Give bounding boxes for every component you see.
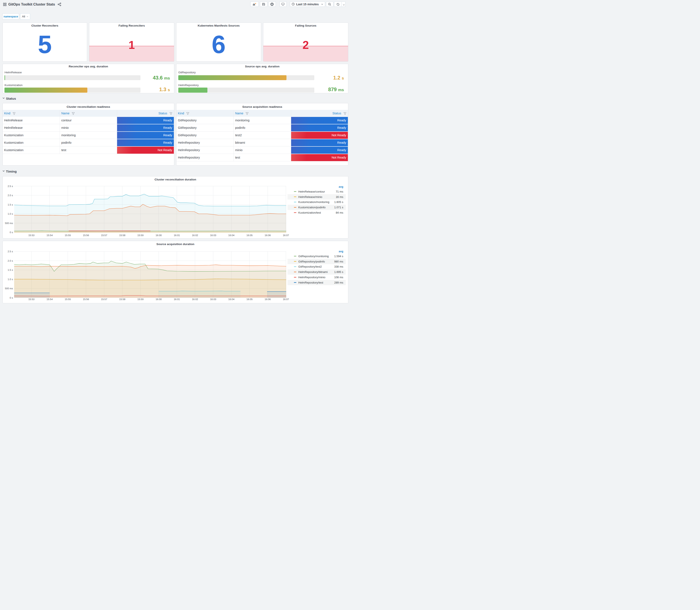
svg-text:HelmRepository/test: HelmRepository/test [298,281,323,284]
svg-text:1.071 s: 1.071 s [334,206,343,209]
svg-text:16:07: 16:07 [283,298,289,301]
svg-text:16:02: 16:02 [192,234,198,236]
svg-text:15:53: 15:53 [28,234,34,236]
svg-text:15:59: 15:59 [137,298,144,301]
svg-text:HelmRelease/contour: HelmRelease/contour [298,190,325,193]
svg-text:HelmRelease/minio: HelmRelease/minio [298,195,322,198]
svg-text:2.5 s: 2.5 s [7,250,13,253]
svg-text:GitRepository/monitoring: GitRepository/monitoring [298,255,328,258]
svg-text:15:54: 15:54 [47,234,53,236]
svg-text:1.0 s: 1.0 s [7,278,13,280]
svg-text:2.0 s: 2.0 s [7,194,13,197]
svg-text:16:02: 16:02 [192,298,198,301]
svg-text:16:06: 16:06 [264,298,271,301]
svg-text:16:03: 16:03 [210,234,216,236]
svg-text:2.5 s: 2.5 s [7,185,13,187]
svg-text:Kustomization/test: Kustomization/test [298,211,321,214]
svg-text:0 s: 0 s [10,296,13,299]
svg-text:16:01: 16:01 [174,298,180,301]
svg-text:HelmRepository/minio: HelmRepository/minio [298,276,325,279]
svg-text:1.594 s: 1.594 s [334,255,343,258]
svg-text:15:53: 15:53 [28,298,34,301]
svg-text:500 ms: 500 ms [5,222,13,224]
svg-text:338 ms: 338 ms [334,265,343,269]
svg-text:GitRepository/podinfo: GitRepository/podinfo [298,260,325,263]
svg-text:Kustomization/monitoring: Kustomization/monitoring [298,200,329,204]
svg-text:16:05: 16:05 [246,234,253,236]
svg-text:15:58: 15:58 [119,298,125,301]
svg-text:1.605 s: 1.605 s [334,200,343,204]
svg-text:500 ms: 500 ms [5,287,13,290]
svg-text:avg: avg [339,185,343,188]
svg-text:15:54: 15:54 [47,298,53,301]
svg-text:289 ms: 289 ms [334,281,343,284]
svg-text:1.695 s: 1.695 s [334,270,343,274]
svg-text:16:01: 16:01 [174,234,180,236]
svg-text:108 ms: 108 ms [334,276,343,279]
svg-text:15:57: 15:57 [101,234,107,236]
svg-text:15:55: 15:55 [65,298,71,301]
svg-text:15:56: 15:56 [83,234,89,236]
svg-text:2.0 s: 2.0 s [7,259,13,262]
svg-text:GitRepository/test2: GitRepository/test2 [298,265,322,269]
svg-text:16:04: 16:04 [228,298,234,301]
svg-text:15:58: 15:58 [119,234,125,236]
svg-text:16:00: 16:00 [156,234,162,236]
svg-text:16 ms: 16 ms [336,195,343,198]
svg-text:15:57: 15:57 [101,298,107,301]
svg-text:1.5 s: 1.5 s [7,269,13,271]
svg-text:71 ms: 71 ms [336,190,343,193]
svg-text:980 ms: 980 ms [334,260,343,263]
svg-text:16:07: 16:07 [283,234,289,236]
svg-text:15:56: 15:56 [83,298,89,301]
svg-text:avg: avg [339,250,343,253]
svg-text:16:03: 16:03 [210,298,216,301]
svg-text:15:59: 15:59 [137,234,144,236]
svg-text:Kustomization/podinfo: Kustomization/podinfo [298,206,325,209]
svg-text:1.5 s: 1.5 s [7,203,13,206]
svg-text:16:05: 16:05 [246,298,253,301]
svg-text:16:04: 16:04 [228,234,234,236]
svg-text:HelmRepository/bitnami: HelmRepository/bitnami [298,270,327,274]
svg-text:16:06: 16:06 [264,234,271,236]
svg-text:84 ms: 84 ms [336,211,343,214]
svg-text:16:00: 16:00 [156,298,162,301]
svg-text:15:55: 15:55 [65,234,71,236]
svg-text:1.0 s: 1.0 s [7,212,13,215]
svg-text:0 s: 0 s [10,231,13,234]
